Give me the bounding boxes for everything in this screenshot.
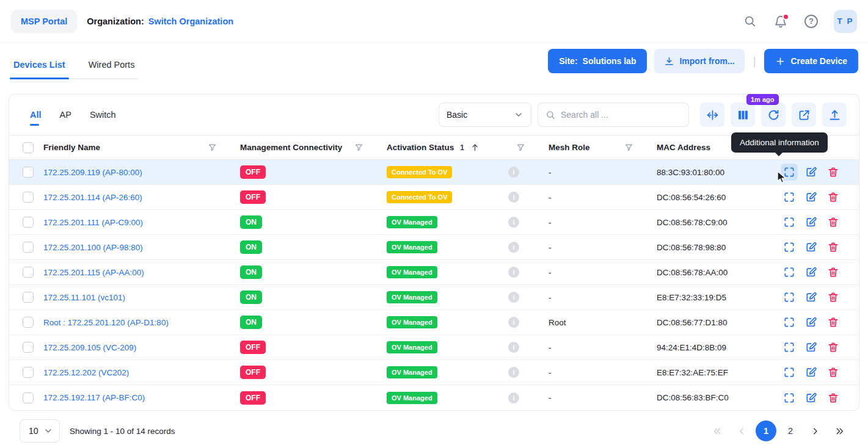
prev-page-button[interactable] xyxy=(731,421,752,441)
info-icon[interactable]: i xyxy=(508,267,519,278)
notifications-icon[interactable] xyxy=(774,15,787,28)
table-row[interactable]: 172.25.201.111 (AP-C9:00) ON OV Managed … xyxy=(9,210,859,235)
search-icon[interactable] xyxy=(743,15,757,28)
page-size-select[interactable]: 10 xyxy=(20,419,60,443)
header-activation-status[interactable]: Activation Status 1 xyxy=(383,143,545,152)
page-number-button[interactable]: 1 xyxy=(756,421,776,441)
info-icon[interactable]: i xyxy=(508,367,519,378)
delete-device-button[interactable] xyxy=(825,289,842,306)
device-name-link[interactable]: 172.25.11.101 (vc101) xyxy=(43,293,125,302)
view-mode-select[interactable]: Basic xyxy=(439,103,531,127)
additional-information-button[interactable] xyxy=(781,164,798,181)
filter-icon[interactable] xyxy=(208,143,217,152)
help-icon[interactable]: ? xyxy=(804,15,818,28)
sort-ascending-icon[interactable] xyxy=(470,143,480,152)
device-name-link[interactable]: 172.25.209.105 (VC-209) xyxy=(43,343,136,352)
edit-device-button[interactable] xyxy=(803,239,820,256)
export-button[interactable] xyxy=(822,103,847,127)
delete-device-button[interactable] xyxy=(825,339,842,356)
delete-device-button[interactable] xyxy=(825,239,842,256)
first-page-button[interactable] xyxy=(707,421,728,441)
table-row[interactable]: 172.25.209.119 (AP-80:00) OFF Connected … xyxy=(9,160,859,185)
site-selector-button[interactable]: Site: Solutions lab xyxy=(548,49,647,73)
refresh-button[interactable]: 1m ago xyxy=(761,103,786,127)
page-number-button[interactable]: 2 xyxy=(780,421,801,441)
additional-information-button[interactable] xyxy=(781,314,798,331)
delete-device-button[interactable] xyxy=(825,314,842,331)
tab-switch[interactable]: Switch xyxy=(90,110,116,126)
row-checkbox[interactable] xyxy=(23,367,34,378)
brand-logo[interactable]: MSP Portal xyxy=(11,10,77,33)
device-name-link[interactable]: Root : 172.25.201.120 (AP-D1:80) xyxy=(43,318,169,327)
import-from-button[interactable]: Import from... xyxy=(654,49,744,73)
delete-device-button[interactable] xyxy=(825,164,842,181)
device-name-link[interactable]: 172.25.201.111 (AP-C9:00) xyxy=(43,218,143,227)
row-checkbox[interactable] xyxy=(23,167,34,178)
delete-device-button[interactable] xyxy=(825,364,842,381)
filter-icon[interactable] xyxy=(624,143,633,152)
info-icon[interactable]: i xyxy=(508,192,519,203)
delete-device-button[interactable] xyxy=(825,189,842,206)
expand-columns-button[interactable] xyxy=(700,103,724,127)
search-input[interactable] xyxy=(561,110,681,120)
table-row[interactable]: 172.25.192.117 (AP-BF:C0) OFF OV Managed… xyxy=(9,385,859,410)
table-row[interactable]: 172.25.209.105 (VC-209) OFF OV Managed i… xyxy=(9,335,859,360)
create-device-button[interactable]: Create Device xyxy=(764,49,858,73)
edit-device-button[interactable] xyxy=(803,289,820,306)
tab-devices-list[interactable]: Devices List xyxy=(10,54,69,78)
row-checkbox[interactable] xyxy=(23,317,34,328)
tab-all[interactable]: All xyxy=(30,110,42,126)
manage-columns-button[interactable] xyxy=(731,103,755,127)
next-page-button[interactable] xyxy=(804,421,825,441)
delete-device-button[interactable] xyxy=(825,264,842,281)
open-external-button[interactable] xyxy=(792,103,816,127)
filter-icon[interactable] xyxy=(354,143,363,152)
select-all-checkbox[interactable] xyxy=(23,142,34,153)
row-checkbox[interactable] xyxy=(23,292,34,303)
additional-information-button[interactable] xyxy=(781,364,798,381)
row-checkbox[interactable] xyxy=(23,242,34,253)
table-row[interactable]: Root : 172.25.201.120 (AP-D1:80) ON OV M… xyxy=(9,310,859,335)
row-checkbox[interactable] xyxy=(23,392,34,403)
delete-device-button[interactable] xyxy=(825,389,842,406)
additional-information-button[interactable] xyxy=(781,339,798,356)
edit-device-button[interactable] xyxy=(803,164,820,181)
table-row[interactable]: 172.25.12.202 (VC202) OFF OV Managed i -… xyxy=(9,360,859,385)
last-page-button[interactable] xyxy=(829,421,850,441)
edit-device-button[interactable] xyxy=(803,264,820,281)
info-icon[interactable]: i xyxy=(508,242,519,253)
table-row[interactable]: 172.25.11.101 (vc101) ON OV Managed i - … xyxy=(9,285,859,310)
device-name-link[interactable]: 172.25.201.115 (AP-AA:00) xyxy=(43,268,144,277)
edit-device-button[interactable] xyxy=(803,189,820,206)
user-avatar[interactable]: T P xyxy=(834,10,857,33)
additional-information-button[interactable] xyxy=(781,189,798,206)
info-icon[interactable]: i xyxy=(508,342,519,353)
row-checkbox[interactable] xyxy=(23,192,34,203)
edit-device-button[interactable] xyxy=(803,339,820,356)
edit-device-button[interactable] xyxy=(803,389,820,406)
header-friendly-name[interactable]: Friendly Name xyxy=(40,143,236,152)
additional-information-button[interactable] xyxy=(781,264,798,281)
organization-link[interactable]: Switch Organization xyxy=(148,16,233,26)
additional-information-button[interactable] xyxy=(781,289,798,306)
table-row[interactable]: 172.25.201.115 (AP-AA:00) ON OV Managed … xyxy=(9,260,859,285)
table-row[interactable]: 172.25.201.114 (AP-26:60) OFF Connected … xyxy=(9,185,859,210)
info-icon[interactable]: i xyxy=(508,217,519,228)
row-checkbox[interactable] xyxy=(23,342,34,353)
edit-device-button[interactable] xyxy=(803,214,820,231)
device-name-link[interactable]: 172.25.201.114 (AP-26:60) xyxy=(43,193,142,202)
row-checkbox[interactable] xyxy=(23,217,34,228)
header-mesh-role[interactable]: Mesh Role xyxy=(545,143,653,152)
info-icon[interactable]: i xyxy=(508,292,519,303)
device-name-link[interactable]: 172.25.192.117 (AP-BF:C0) xyxy=(43,393,145,402)
device-name-link[interactable]: 172.25.12.202 (VC202) xyxy=(43,368,129,377)
table-row[interactable]: 172.25.201.100 (AP-98:80) ON OV Managed … xyxy=(9,235,859,260)
row-checkbox[interactable] xyxy=(23,267,34,278)
tab-wired-ports[interactable]: Wired Ports xyxy=(85,54,139,78)
additional-information-button[interactable] xyxy=(781,239,798,256)
header-management-connectivity[interactable]: Management Connectivity xyxy=(236,143,383,152)
info-icon[interactable]: i xyxy=(508,392,519,403)
additional-information-button[interactable] xyxy=(781,389,798,406)
edit-device-button[interactable] xyxy=(803,314,820,331)
info-icon[interactable]: i xyxy=(508,167,519,178)
